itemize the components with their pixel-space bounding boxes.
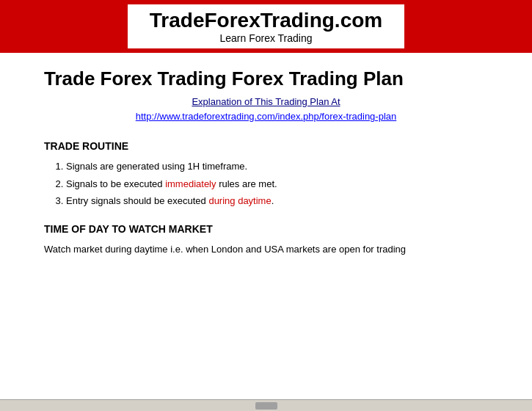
- trade-routine-heading: TRADE ROUTINE: [44, 140, 488, 152]
- time-of-day-heading: TIME OF DAY TO WATCH MARKET: [44, 223, 488, 235]
- subtitle-text: Explanation of This Trading Plan At: [192, 96, 340, 107]
- link-line: http://www.tradeforextrading.com/index.p…: [44, 109, 488, 123]
- main-window: TradeForexTrading.com Learn Forex Tradin…: [0, 0, 532, 411]
- list-item: Signals are generated using 1H timeframe…: [66, 159, 488, 174]
- subtitle-line: Explanation of This Trading Plan At: [44, 95, 488, 108]
- page-title: Trade Forex Trading Forex Trading Plan: [44, 68, 488, 90]
- highlight-immediately: immediately: [165, 178, 216, 189]
- content-area: Trade Forex Trading Forex Trading Plan E…: [0, 53, 532, 399]
- logo-subtitle: Learn Forex Trading: [150, 32, 382, 44]
- highlight-daytime: during daytime: [208, 195, 271, 206]
- logo-box: TradeForexTrading.com Learn Forex Tradin…: [128, 4, 404, 48]
- scrollbar-area[interactable]: [0, 399, 532, 411]
- list-item: Entry signals should be executed during …: [66, 194, 488, 208]
- page-link[interactable]: http://www.tradeforextrading.com/index.p…: [136, 111, 397, 122]
- list-item: Signals to be executed immediately rules…: [66, 177, 488, 192]
- header-bar: TradeForexTrading.com Learn Forex Tradin…: [0, 0, 532, 53]
- logo-title: TradeForexTrading.com: [150, 9, 382, 32]
- scrollbar-thumb[interactable]: [255, 402, 277, 410]
- trade-routine-list: Signals are generated using 1H timeframe…: [66, 159, 488, 208]
- time-of-day-body: Watch market during daytime i.e. when Lo…: [44, 242, 488, 257]
